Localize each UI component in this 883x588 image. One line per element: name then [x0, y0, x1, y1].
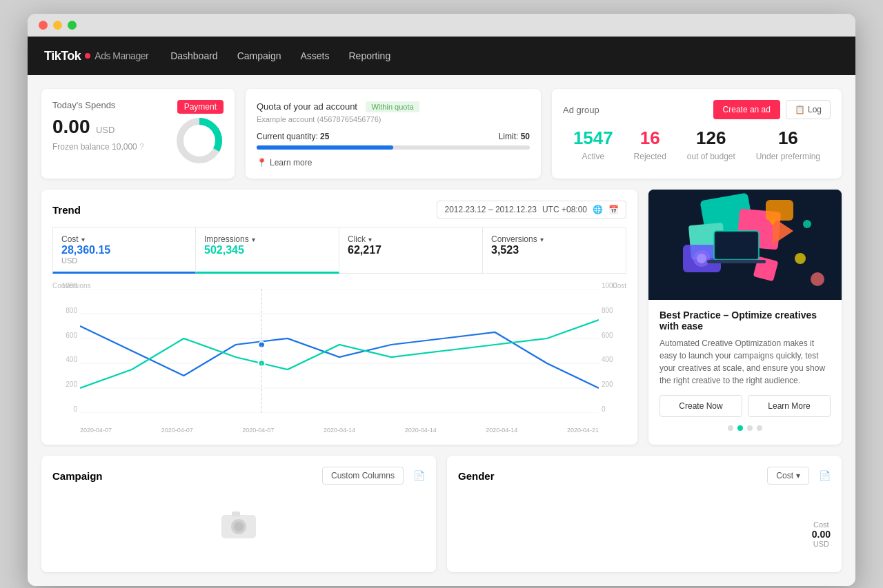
campaign-header: Campaign Custom Columns 📄	[52, 467, 425, 485]
close-button[interactable]	[39, 21, 48, 30]
stat-active-value: 1547	[573, 128, 613, 149]
question-icon[interactable]: ?	[139, 142, 144, 152]
svg-rect-16	[766, 200, 793, 221]
promo-image	[648, 190, 842, 300]
adgroup-title: Ad group	[563, 105, 599, 115]
adgroup-card: Ad group Create an ad 📋 Log 1547 Active	[552, 89, 842, 179]
stat-underperforming-value: 16	[756, 128, 820, 149]
promo-actions: Create Now Learn More	[659, 395, 831, 417]
gender-card: Gender Cost ▾ 📄 Cost 0.00 USD	[447, 456, 842, 572]
stat-rejected-value: 16	[634, 128, 666, 149]
logo-sub: Ads Manager	[95, 50, 148, 61]
custom-columns-button[interactable]: Custom Columns	[322, 467, 404, 485]
pin-icon: 📍	[257, 158, 267, 168]
maximize-button[interactable]	[68, 21, 77, 30]
stat-underperforming-label: Under preferming	[756, 152, 820, 161]
metric-cost-value: 28,360.15	[61, 244, 187, 256]
stat-outofbudget-label: out of budget	[687, 152, 735, 161]
create-ad-button[interactable]: Create an ad	[713, 100, 780, 119]
learn-more-link[interactable]: 📍 Learn more	[257, 158, 530, 168]
promo-card: Best Practice – Optimize creatives with …	[648, 190, 842, 445]
nav-assets[interactable]: Assets	[300, 50, 329, 61]
cost-currency: USD	[812, 540, 831, 548]
gender-header: Gender Cost ▾ 📄	[458, 467, 831, 485]
export-icon[interactable]: 📄	[413, 470, 425, 481]
timezone-text: UTC +08:00	[542, 205, 587, 214]
chevron-down-icon4: ▾	[540, 236, 544, 243]
timezone-icon: 🌐	[593, 205, 603, 214]
metric-impressions-value: 502,345	[204, 244, 330, 256]
payment-button[interactable]: Payment	[177, 100, 224, 114]
metric-conversions-label: Conversions ▾	[491, 234, 617, 244]
adgroup-actions: Create an ad 📋 Log	[713, 100, 831, 119]
stat-outofbudget-value: 126	[687, 128, 735, 149]
chevron-down-icon3: ▾	[368, 236, 372, 243]
stat-underperforming: 16 Under preferming	[756, 128, 820, 161]
campaign-card: Campaign Custom Columns 📄	[41, 456, 436, 572]
svg-rect-27	[707, 260, 766, 263]
title-bar	[28, 14, 855, 37]
spend-card: Today's Spends Payment 0.00 USD Frozen b…	[41, 89, 235, 179]
metric-tabs: Cost ▾ 28,360.15 USD Impressions ▾ 502,3…	[52, 227, 626, 274]
quota-progress-bg	[257, 145, 530, 150]
svg-point-23	[811, 272, 824, 286]
svg-point-22	[803, 220, 811, 228]
svg-rect-26	[715, 232, 757, 258]
chevron-icon: ▾	[796, 471, 800, 480]
quota-qty-row: Current quantity: 25 Limit: 50	[257, 132, 530, 141]
promo-dot-4[interactable]	[757, 425, 762, 431]
nav-reporting[interactable]: Reporting	[348, 50, 390, 61]
calendar-icon[interactable]: 📅	[608, 205, 619, 214]
logo-dot	[85, 53, 90, 59]
x-axis-labels: 2020-04-07 2020-04-07 2020-04-07 2020-04…	[80, 427, 599, 434]
metric-click-value: 62,217	[348, 244, 474, 256]
app-window: TikTok Ads Manager Dashboard Campaign As…	[28, 14, 855, 586]
quota-account: Example account (45678765456776)	[257, 115, 530, 123]
log-button[interactable]: 📋 Log	[786, 100, 831, 119]
metric-tab-click[interactable]: Click ▾ 62,217	[339, 227, 483, 274]
log-icon: 📋	[795, 105, 805, 114]
adgroup-header: Ad group Create an ad 📋 Log	[563, 100, 831, 119]
quota-title: Quota of your ad account	[257, 101, 357, 112]
logo-text: TikTok	[44, 49, 81, 63]
create-now-button[interactable]: Create Now	[659, 395, 742, 417]
metric-impressions-label: Impressions ▾	[204, 234, 330, 244]
promo-dot-3[interactable]	[747, 425, 753, 431]
top-row: Today's Spends Payment 0.00 USD Frozen b…	[41, 89, 842, 179]
spend-amount: 0.00	[52, 116, 90, 137]
promo-dot-2[interactable]	[737, 425, 743, 431]
stat-active: 1547 Active	[573, 128, 613, 161]
navbar: TikTok Ads Manager Dashboard Campaign As…	[28, 37, 855, 75]
donut-chart	[175, 116, 224, 165]
metric-tab-conversions[interactable]: Conversions ▾ 3,523	[483, 227, 626, 274]
empty-state-icon	[218, 507, 259, 541]
metric-tab-impressions[interactable]: Impressions ▾ 502,345	[196, 227, 339, 274]
nav-campaign[interactable]: Campaign	[237, 50, 281, 61]
quota-card: Quota of your ad account Within quota Ex…	[246, 89, 541, 179]
logo: TikTok Ads Manager	[44, 49, 148, 63]
svg-rect-31	[232, 511, 240, 516]
quota-limit: 50	[521, 132, 530, 141]
quota-current: 25	[320, 132, 329, 141]
chevron-down-icon: ▾	[81, 236, 85, 243]
promo-illustration	[648, 190, 842, 300]
svg-point-21	[697, 254, 706, 263]
export-icon-gender[interactable]: 📄	[819, 470, 831, 481]
right-axis-label: Cost	[612, 282, 626, 290]
gender-chart-area: Cost 0.00 USD	[458, 493, 831, 548]
stat-rejected-label: Rejected	[634, 152, 666, 161]
promo-dot-1[interactable]	[728, 425, 733, 431]
within-quota-badge: Within quota	[366, 101, 419, 112]
cost-value: 0.00	[812, 529, 831, 540]
bottom-row: Campaign Custom Columns 📄	[41, 456, 842, 572]
date-range-picker[interactable]: 2012.23.12 – 2012.12.23 UTC +08:00 🌐 📅	[437, 201, 626, 219]
learn-more-button[interactable]: Learn More	[748, 395, 831, 417]
cost-dropdown[interactable]: Cost ▾	[767, 467, 809, 485]
metric-click-label: Click ▾	[348, 234, 474, 244]
trend-svg	[80, 289, 599, 413]
metric-cost-label: Cost ▾	[61, 234, 187, 244]
minimize-button[interactable]	[53, 21, 62, 30]
nav-dashboard[interactable]: Dashboard	[170, 50, 218, 61]
campaign-actions: Custom Columns 📄	[322, 467, 425, 485]
metric-tab-cost[interactable]: Cost ▾ 28,360.15 USD	[52, 227, 196, 274]
